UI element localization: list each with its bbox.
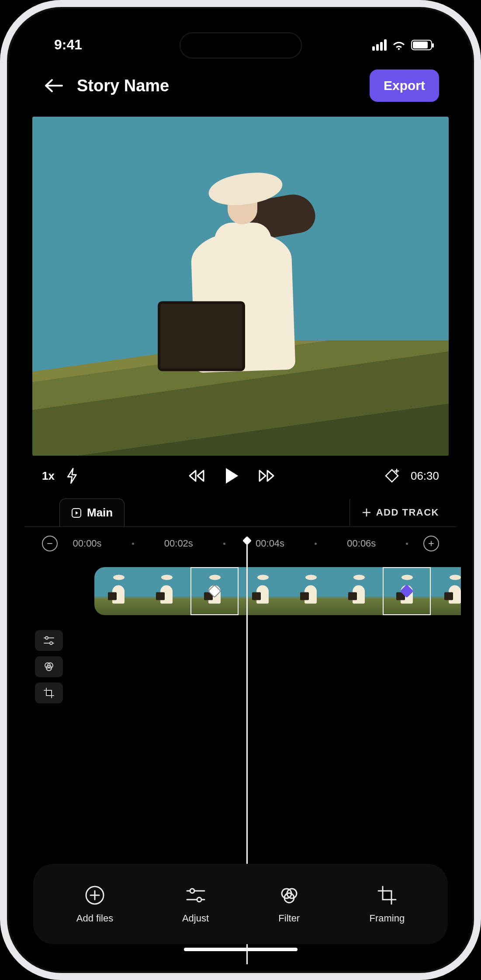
svg-point-1	[45, 637, 48, 639]
add-track-label: ADD TRACK	[376, 507, 439, 518]
phone-frame: 9:41 Story Name Export 1x	[0, 0, 481, 980]
wifi-icon	[392, 40, 406, 50]
tab-main[interactable]: Main	[59, 499, 125, 526]
ruler-mark: 00:00s	[73, 538, 102, 549]
venn-icon	[279, 885, 300, 906]
tool-adjust[interactable]: Adjust	[182, 884, 209, 924]
zoom-in-button[interactable]	[423, 536, 439, 551]
tool-label: Add files	[76, 913, 113, 924]
side-tool-filter[interactable]	[35, 656, 63, 677]
page-title: Story Name	[77, 76, 357, 95]
play-button[interactable]	[224, 467, 239, 485]
side-tool-crop[interactable]	[35, 682, 63, 703]
plus-circle-icon	[84, 885, 105, 906]
signal-icon	[372, 39, 387, 51]
keyframe-add-icon[interactable]	[384, 468, 399, 483]
ruler-mark: 00:06s	[347, 538, 376, 549]
tool-add-files[interactable]: Add files	[76, 884, 113, 924]
tab-main-label: Main	[87, 506, 113, 519]
tool-label: Adjust	[182, 913, 209, 924]
svg-point-7	[190, 889, 194, 893]
speed-label[interactable]: 1x	[42, 469, 55, 483]
crop-icon	[377, 885, 398, 906]
timeline-thumb[interactable]	[287, 567, 335, 615]
plus-icon	[362, 508, 371, 517]
clip-track[interactable]	[94, 567, 461, 615]
timeline[interactable]	[24, 560, 457, 805]
tool-framing[interactable]: Framing	[369, 884, 405, 924]
duration-label: 06:30	[411, 469, 439, 483]
flash-icon[interactable]	[66, 468, 79, 484]
tool-filter[interactable]: Filter	[278, 884, 301, 924]
preview-figure	[175, 170, 306, 398]
sliders-icon	[185, 887, 206, 904]
add-track-button[interactable]: ADD TRACK	[350, 499, 439, 526]
status-time: 9:41	[54, 37, 82, 53]
timeline-thumb[interactable]	[431, 567, 461, 615]
zoom-out-button[interactable]	[42, 536, 58, 551]
home-indicator[interactable]	[184, 948, 298, 951]
bottom-toolbar: Add files Adjust Filter Framing	[33, 864, 448, 944]
back-button[interactable]	[42, 78, 65, 93]
tool-label: Framing	[369, 913, 405, 924]
timeline-ruler[interactable]: 00:00s 00:02s 00:04s 00:06s	[24, 527, 457, 560]
side-tool-adjust[interactable]	[35, 630, 63, 651]
rewind-button[interactable]	[188, 469, 205, 483]
timeline-thumb[interactable]	[383, 567, 431, 615]
timeline-thumb[interactable]	[239, 567, 287, 615]
battery-icon	[411, 40, 432, 50]
timeline-thumb[interactable]	[142, 567, 190, 615]
status-bar: 9:41	[24, 24, 457, 57]
svg-point-8	[197, 897, 201, 902]
tool-label: Filter	[278, 913, 300, 924]
ruler-mark: 00:04s	[256, 538, 284, 549]
forward-button[interactable]	[258, 469, 275, 483]
play-square-icon	[71, 508, 82, 518]
timeline-thumb[interactable]	[335, 567, 383, 615]
video-preview[interactable]	[32, 117, 449, 456]
svg-point-2	[50, 642, 52, 644]
timeline-thumb[interactable]	[94, 567, 142, 615]
timeline-thumb[interactable]	[190, 567, 239, 615]
ruler-mark: 00:02s	[164, 538, 193, 549]
export-button[interactable]: Export	[370, 69, 439, 102]
